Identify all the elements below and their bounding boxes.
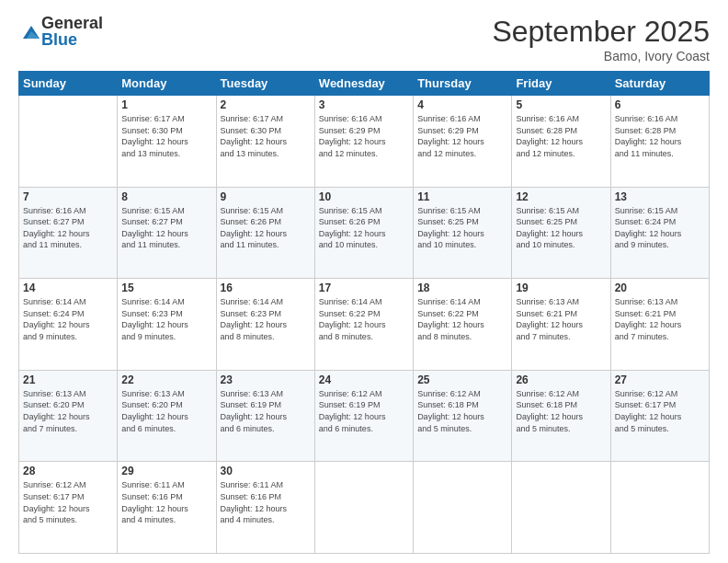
day-info: Sunrise: 6:12 AM Sunset: 6:18 PM Dayligh…: [417, 388, 507, 434]
page: General Blue September 2025 Bamo, Ivory …: [0, 0, 728, 563]
day-info: Sunrise: 6:15 AM Sunset: 6:24 PM Dayligh…: [615, 205, 705, 251]
location: Bamo, Ivory Coast: [492, 49, 710, 63]
day-info: Sunrise: 6:13 AM Sunset: 6:19 PM Dayligh…: [221, 388, 311, 434]
calendar-week-row: 21Sunrise: 6:13 AM Sunset: 6:20 PM Dayli…: [19, 370, 710, 462]
header: General Blue September 2025 Bamo, Ivory …: [18, 15, 710, 63]
calendar-table: SundayMondayTuesdayWednesdayThursdayFrid…: [18, 71, 710, 554]
calendar-cell: 28Sunrise: 6:12 AM Sunset: 6:17 PM Dayli…: [19, 462, 118, 554]
calendar-day-header: Friday: [512, 72, 610, 96]
calendar-cell: 4Sunrise: 6:16 AM Sunset: 6:29 PM Daylig…: [414, 96, 512, 188]
calendar-cell: 9Sunrise: 6:15 AM Sunset: 6:26 PM Daylig…: [216, 187, 314, 279]
day-number: 8: [121, 190, 211, 203]
calendar-cell: 27Sunrise: 6:12 AM Sunset: 6:17 PM Dayli…: [610, 370, 709, 462]
logo-icon: [21, 22, 41, 42]
day-info: Sunrise: 6:16 AM Sunset: 6:29 PM Dayligh…: [319, 113, 409, 159]
calendar-cell: 6Sunrise: 6:16 AM Sunset: 6:28 PM Daylig…: [610, 96, 709, 188]
calendar-cell: 18Sunrise: 6:14 AM Sunset: 6:22 PM Dayli…: [414, 279, 512, 371]
day-info: Sunrise: 6:12 AM Sunset: 6:19 PM Dayligh…: [319, 388, 409, 434]
day-info: Sunrise: 6:12 AM Sunset: 6:17 PM Dayligh…: [615, 388, 705, 434]
calendar-cell: 19Sunrise: 6:13 AM Sunset: 6:21 PM Dayli…: [512, 279, 610, 371]
calendar-cell: [512, 462, 610, 554]
title-block: September 2025 Bamo, Ivory Coast: [492, 15, 710, 63]
day-info: Sunrise: 6:13 AM Sunset: 6:21 PM Dayligh…: [516, 296, 606, 342]
day-number: 7: [23, 190, 113, 203]
day-info: Sunrise: 6:12 AM Sunset: 6:17 PM Dayligh…: [23, 479, 113, 525]
calendar-cell: [19, 96, 118, 188]
day-number: 19: [516, 282, 606, 294]
day-number: 26: [516, 373, 606, 386]
day-number: 30: [221, 465, 311, 477]
logo-blue: Blue: [41, 31, 103, 48]
day-number: 9: [221, 190, 311, 203]
calendar-cell: 2Sunrise: 6:17 AM Sunset: 6:30 PM Daylig…: [216, 96, 314, 188]
calendar-cell: 8Sunrise: 6:15 AM Sunset: 6:27 PM Daylig…: [118, 187, 216, 279]
day-info: Sunrise: 6:14 AM Sunset: 6:23 PM Dayligh…: [121, 296, 211, 342]
calendar-cell: 12Sunrise: 6:15 AM Sunset: 6:25 PM Dayli…: [512, 187, 610, 279]
day-info: Sunrise: 6:11 AM Sunset: 6:16 PM Dayligh…: [221, 479, 311, 525]
day-number: 3: [319, 98, 409, 111]
calendar-cell: 29Sunrise: 6:11 AM Sunset: 6:16 PM Dayli…: [118, 462, 216, 554]
calendar-cell: 5Sunrise: 6:16 AM Sunset: 6:28 PM Daylig…: [512, 96, 610, 188]
calendar-cell: 23Sunrise: 6:13 AM Sunset: 6:19 PM Dayli…: [216, 370, 314, 462]
day-info: Sunrise: 6:16 AM Sunset: 6:27 PM Dayligh…: [23, 205, 113, 251]
calendar-cell: 14Sunrise: 6:14 AM Sunset: 6:24 PM Dayli…: [19, 279, 118, 371]
day-number: 23: [221, 373, 311, 386]
day-info: Sunrise: 6:13 AM Sunset: 6:21 PM Dayligh…: [615, 296, 705, 342]
day-info: Sunrise: 6:17 AM Sunset: 6:30 PM Dayligh…: [221, 113, 311, 159]
day-info: Sunrise: 6:15 AM Sunset: 6:27 PM Dayligh…: [121, 205, 211, 251]
day-number: 6: [615, 98, 705, 111]
calendar-cell: 22Sunrise: 6:13 AM Sunset: 6:20 PM Dayli…: [118, 370, 216, 462]
day-number: 13: [615, 190, 705, 203]
day-info: Sunrise: 6:15 AM Sunset: 6:26 PM Dayligh…: [221, 205, 311, 251]
calendar-cell: [414, 462, 512, 554]
day-number: 25: [417, 373, 507, 386]
calendar-day-header: Monday: [118, 72, 216, 96]
logo-general: General: [41, 15, 103, 31]
logo-text: General Blue: [41, 15, 103, 48]
calendar-cell: 1Sunrise: 6:17 AM Sunset: 6:30 PM Daylig…: [118, 96, 216, 188]
day-info: Sunrise: 6:13 AM Sunset: 6:20 PM Dayligh…: [121, 388, 211, 434]
day-number: 15: [121, 282, 211, 294]
day-number: 10: [319, 190, 409, 203]
day-number: 29: [121, 465, 211, 477]
day-info: Sunrise: 6:12 AM Sunset: 6:18 PM Dayligh…: [516, 388, 606, 434]
day-number: 24: [319, 373, 409, 386]
calendar-day-header: Sunday: [19, 72, 118, 96]
calendar-day-header: Thursday: [414, 72, 512, 96]
day-number: 14: [23, 282, 113, 294]
calendar-day-header: Saturday: [610, 72, 709, 96]
calendar-cell: 20Sunrise: 6:13 AM Sunset: 6:21 PM Dayli…: [610, 279, 709, 371]
day-number: 22: [121, 373, 211, 386]
calendar-week-row: 14Sunrise: 6:14 AM Sunset: 6:24 PM Dayli…: [19, 279, 710, 371]
calendar-cell: 3Sunrise: 6:16 AM Sunset: 6:29 PM Daylig…: [314, 96, 413, 188]
day-number: 11: [417, 190, 507, 203]
calendar-cell: 13Sunrise: 6:15 AM Sunset: 6:24 PM Dayli…: [610, 187, 709, 279]
logo: General Blue: [18, 15, 103, 48]
calendar-cell: 16Sunrise: 6:14 AM Sunset: 6:23 PM Dayli…: [216, 279, 314, 371]
day-number: 5: [516, 98, 606, 111]
day-number: 16: [221, 282, 311, 294]
calendar-day-header: Wednesday: [314, 72, 413, 96]
calendar-cell: 10Sunrise: 6:15 AM Sunset: 6:26 PM Dayli…: [314, 187, 413, 279]
day-info: Sunrise: 6:17 AM Sunset: 6:30 PM Dayligh…: [121, 113, 211, 159]
calendar-day-header: Tuesday: [216, 72, 314, 96]
calendar-cell: 7Sunrise: 6:16 AM Sunset: 6:27 PM Daylig…: [19, 187, 118, 279]
day-info: Sunrise: 6:13 AM Sunset: 6:20 PM Dayligh…: [23, 388, 113, 434]
day-number: 20: [615, 282, 705, 294]
calendar-week-row: 28Sunrise: 6:12 AM Sunset: 6:17 PM Dayli…: [19, 462, 710, 554]
calendar-cell: 21Sunrise: 6:13 AM Sunset: 6:20 PM Dayli…: [19, 370, 118, 462]
day-info: Sunrise: 6:16 AM Sunset: 6:28 PM Dayligh…: [516, 113, 606, 159]
day-info: Sunrise: 6:15 AM Sunset: 6:25 PM Dayligh…: [516, 205, 606, 251]
day-info: Sunrise: 6:14 AM Sunset: 6:22 PM Dayligh…: [319, 296, 409, 342]
day-number: 18: [417, 282, 507, 294]
day-number: 12: [516, 190, 606, 203]
calendar-week-row: 1Sunrise: 6:17 AM Sunset: 6:30 PM Daylig…: [19, 96, 710, 188]
day-number: 27: [615, 373, 705, 386]
day-info: Sunrise: 6:14 AM Sunset: 6:24 PM Dayligh…: [23, 296, 113, 342]
calendar-cell: 26Sunrise: 6:12 AM Sunset: 6:18 PM Dayli…: [512, 370, 610, 462]
calendar-cell: 17Sunrise: 6:14 AM Sunset: 6:22 PM Dayli…: [314, 279, 413, 371]
calendar-cell: 11Sunrise: 6:15 AM Sunset: 6:25 PM Dayli…: [414, 187, 512, 279]
day-number: 2: [221, 98, 311, 111]
day-info: Sunrise: 6:14 AM Sunset: 6:22 PM Dayligh…: [417, 296, 507, 342]
day-number: 28: [23, 465, 113, 477]
